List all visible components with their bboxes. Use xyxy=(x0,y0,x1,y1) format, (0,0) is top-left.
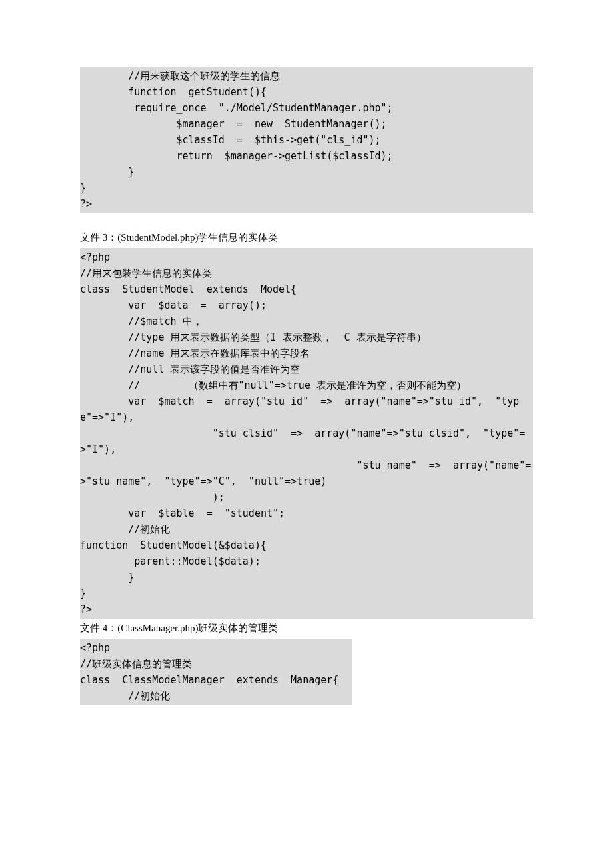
code-line: ); xyxy=(80,489,533,505)
code-block-2: <?php //用来包装学生信息的实体类 class StudentModel … xyxy=(80,248,533,619)
code-line: $manager = new StudentManager(); xyxy=(80,116,533,132)
code-line: // （数组中有"null"=>true 表示是准许为空，否则不能为空） xyxy=(80,377,533,393)
code-line: //$match 中， xyxy=(80,313,533,329)
caption-file-4: 文件 4：(ClassManager.php)班级实体的管理类 xyxy=(80,620,533,636)
code-line: ?> xyxy=(80,196,533,212)
code-line: //name 用来表示在数据库表中的字段名 xyxy=(80,345,533,361)
code-line: class ClassModelManager extends Manager{ xyxy=(80,672,352,688)
code-line: //type 用来表示数据的类型（I 表示整数， C 表示是字符串） xyxy=(80,329,533,345)
code-line: } xyxy=(80,585,533,601)
code-line: function StudentModel(&$data){ xyxy=(80,537,533,553)
caption-file-3: 文件 3：(StudentModel.php)学生信息的实体类 xyxy=(80,229,533,245)
code-line: } xyxy=(80,569,533,585)
code-line: var $data = array(); xyxy=(80,297,533,313)
code-line: $classId = $this->get("cls_id"); xyxy=(80,132,533,148)
code-line: //班级实体信息的管理类 xyxy=(80,656,352,672)
code-line: ?> xyxy=(80,601,533,617)
code-line: <?php xyxy=(80,249,533,265)
code-line: class StudentModel extends Model{ xyxy=(80,281,533,297)
code-line: parent::Model($data); xyxy=(80,553,533,569)
code-line: var $match = array("stu_id" => array("na… xyxy=(80,393,533,425)
code-line: "stu_clsid" => array("name"=>"stu_clsid"… xyxy=(80,425,533,457)
code-line: <?php xyxy=(80,640,352,656)
code-line: var $table = "student"; xyxy=(80,505,533,521)
code-block-1: //用来获取这个班级的学生的信息 function getStudent(){ … xyxy=(80,67,533,213)
code-line: function getStudent(){ xyxy=(80,84,533,100)
code-line: } xyxy=(80,180,533,196)
code-line: //初始化 xyxy=(80,688,352,704)
code-line: require_once "./Model/StudentManager.php… xyxy=(80,100,533,116)
code-line: "stu_name" => array("name"=>"stu_name", … xyxy=(80,457,533,489)
code-line: //null 表示该字段的值是否准许为空 xyxy=(80,361,533,377)
code-line: //初始化 xyxy=(80,521,533,537)
code-line: //用来获取这个班级的学生的信息 xyxy=(80,68,533,84)
code-block-3: <?php //班级实体信息的管理类 class ClassModelManag… xyxy=(80,639,352,705)
code-line: } xyxy=(80,164,533,180)
page-container: //用来获取这个班级的学生的信息 function getStudent(){ … xyxy=(0,0,613,868)
code-line: //用来包装学生信息的实体类 xyxy=(80,265,533,281)
code-line: return $manager->getList($classId); xyxy=(80,148,533,164)
